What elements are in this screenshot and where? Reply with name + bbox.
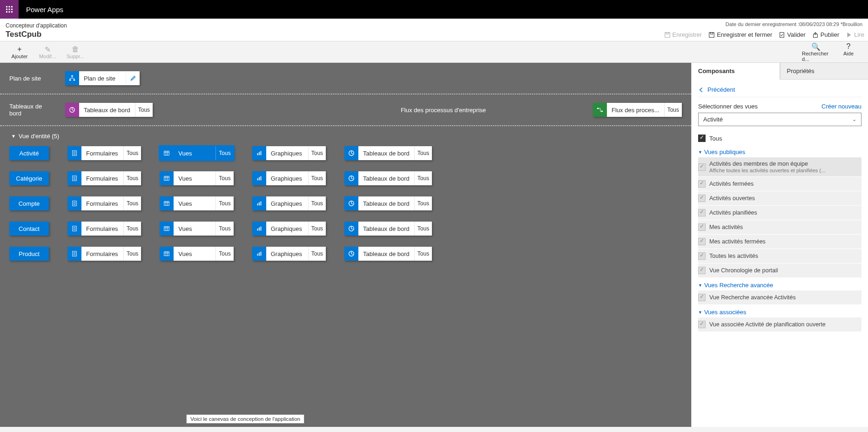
checkbox[interactable]: [698, 180, 706, 188]
bpf-tile[interactable]: Flux des proces... Tous: [593, 103, 682, 117]
view-item[interactable]: Vue Recherche avancée Activités: [698, 290, 861, 304]
sitemap-tile[interactable]: Plan de site: [65, 71, 140, 85]
svg-rect-43: [260, 176, 261, 181]
svg-rect-15: [71, 75, 73, 77]
entity-charts-tile[interactable]: GraphiquesTous: [252, 171, 326, 185]
view-item[interactable]: Activités ouvertes: [698, 191, 861, 205]
help-button[interactable]: ? Aide: [834, 42, 862, 62]
view-item[interactable]: Mes activités fermées: [698, 235, 861, 249]
entity-views-tile[interactable]: VuesTous: [160, 171, 233, 185]
view-item[interactable]: Activités fermées: [698, 177, 861, 191]
svg-rect-55: [260, 202, 261, 206]
create-new-link[interactable]: Créer nouveau: [821, 103, 861, 110]
entity-dashboards-tile[interactable]: Tableaux de bordTous: [344, 222, 432, 236]
entity-forms-tile[interactable]: FormulairesTous: [67, 171, 141, 185]
entity-views-tile[interactable]: VuesTous: [160, 247, 233, 261]
validate-button[interactable]: Valider: [779, 31, 806, 38]
sitemap-label: Plan de site: [9, 75, 51, 82]
view-item[interactable]: Mes activités: [698, 220, 861, 234]
forms-icon: [67, 222, 81, 236]
view-item[interactable]: Toutes les activités: [698, 249, 861, 263]
svg-rect-25: [164, 151, 169, 155]
edit-button: ✎ Modif...: [34, 45, 61, 59]
bpf-label: Flux des processus d'entreprise: [401, 107, 486, 114]
entity-charts-tile[interactable]: GraphiquesTous: [252, 196, 326, 210]
checkbox[interactable]: [698, 163, 706, 171]
view-item[interactable]: Activités planifiées: [698, 206, 861, 220]
select-views-row: Sélectionner des vues Créer nouveau: [698, 103, 861, 110]
checkbox[interactable]: [698, 252, 706, 260]
checkbox[interactable]: [698, 238, 706, 245]
chevron-down-icon: ▼: [11, 134, 16, 139]
checkbox[interactable]: [698, 294, 706, 301]
checkbox-all[interactable]: [698, 135, 706, 142]
all-checkbox-row[interactable]: Tous: [698, 132, 861, 145]
entity-forms-tile[interactable]: FormulairesTous: [67, 222, 141, 236]
panel-body[interactable]: Précédent Sélectionner des vues Créer no…: [692, 80, 868, 427]
entity-button[interactable]: Contact: [9, 222, 49, 236]
svg-rect-37: [164, 176, 169, 181]
entity-dashboards-tile[interactable]: Tableaux de bordTous: [344, 146, 432, 160]
entity-button[interactable]: Activité: [9, 146, 49, 160]
publish-button[interactable]: Publier: [812, 31, 839, 38]
checkbox[interactable]: [698, 321, 706, 328]
trash-icon: 🗑: [72, 45, 79, 54]
entity-forms-tile[interactable]: FormulairesTous: [67, 196, 141, 210]
entity-views-tile[interactable]: VuesTous: [160, 222, 233, 236]
entity-dashboards-tile[interactable]: Tableaux de bordTous: [344, 247, 432, 261]
view-item[interactable]: Vue Chronologie de portail: [698, 263, 861, 277]
category-adv-find-views[interactable]: ▼ Vues Recherche avancée: [698, 278, 861, 290]
chevron-down-icon: ⌄: [852, 116, 856, 122]
entity-views-tile[interactable]: VuesTous: [160, 146, 233, 160]
forms-icon: [67, 171, 81, 185]
view-item[interactable]: Activités des membres de mon équipeAffic…: [698, 157, 861, 176]
svg-rect-73: [164, 252, 169, 256]
dashboard-icon: [65, 103, 79, 117]
category-assoc-views[interactable]: ▼ Vues associées: [698, 305, 861, 317]
checkbox[interactable]: [698, 223, 706, 231]
entity-button[interactable]: Product: [9, 247, 49, 261]
tab-properties[interactable]: Propriétés: [780, 63, 868, 80]
canvas-tooltip: Voici le canevas de conception de l'appl…: [186, 414, 304, 424]
svg-rect-10: [666, 32, 668, 34]
checkbox[interactable]: [698, 209, 706, 216]
entity-forms-tile[interactable]: FormulairesTous: [67, 247, 141, 261]
dashboards-tile[interactable]: Tableaux de bord Tous: [65, 103, 153, 117]
category-public-views[interactable]: ▼ Vues publiques: [698, 145, 861, 157]
entity-dashboards-tile[interactable]: Tableaux de bordTous: [344, 171, 432, 185]
checkbox[interactable]: [698, 195, 706, 202]
save-button: Enregistrer: [664, 31, 702, 38]
app-canvas: Plan de site Plan de site Tableaux: [0, 63, 691, 427]
entity-forms-tile[interactable]: FormulairesTous: [67, 146, 141, 160]
save-close-button[interactable]: Enregistrer et fermer: [708, 31, 772, 38]
svg-rect-67: [260, 227, 261, 231]
entity-dashboards-tile[interactable]: Tableaux de bordTous: [344, 196, 432, 210]
dashboards-section: Tableaux de bord Tableaux de bord Tous F…: [0, 94, 691, 126]
canvas-scroll[interactable]: Plan de site Plan de site Tableaux: [0, 63, 691, 427]
entity-charts-tile[interactable]: GraphiquesTous: [252, 247, 326, 261]
entity-charts-tile[interactable]: GraphiquesTous: [252, 222, 326, 236]
entity-button[interactable]: Catégorie: [9, 171, 49, 185]
entity-views-tile[interactable]: VuesTous: [160, 196, 233, 210]
entity-charts-tile[interactable]: GraphiquesTous: [252, 146, 326, 160]
add-button[interactable]: + Ajouter: [6, 45, 34, 59]
svg-rect-16: [69, 80, 71, 81]
back-link[interactable]: Précédent: [698, 83, 861, 97]
svg-rect-29: [257, 153, 258, 155]
tab-components[interactable]: Composants: [692, 63, 780, 80]
entity-row: ContactFormulairesTousVuesTousGraphiques…: [9, 222, 682, 236]
entity-section-header[interactable]: ▼ Vue d'entité (5): [11, 133, 682, 140]
search-icon: 🔍: [811, 42, 821, 51]
entity-dropdown[interactable]: Activité ⌄: [698, 113, 861, 126]
waffle-menu[interactable]: [0, 0, 19, 19]
search-button[interactable]: 🔍 Rechercher d...: [802, 42, 830, 62]
dashboards-icon: [344, 171, 358, 185]
views-icon: [160, 247, 174, 261]
edit-sitemap-button[interactable]: [126, 71, 140, 85]
entity-row: CompteFormulairesTousVuesTousGraphiquesT…: [9, 196, 682, 210]
checkbox[interactable]: [698, 267, 706, 274]
entity-button[interactable]: Compte: [9, 196, 49, 210]
view-item[interactable]: Vue associée Activité de planification o…: [698, 317, 861, 331]
dashboards-icon: [344, 146, 358, 160]
right-panel: Composants Propriétés Précédent Sélectio…: [691, 63, 868, 427]
